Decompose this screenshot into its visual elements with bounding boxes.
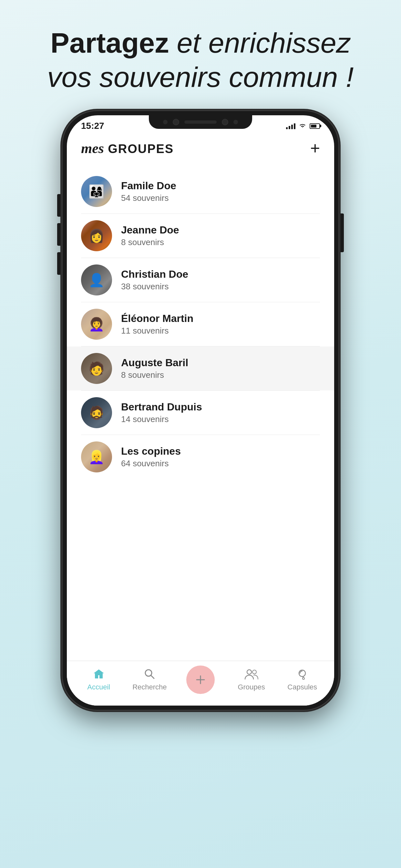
notch-dot-right: [234, 120, 238, 124]
nav-item-groupes[interactable]: Groupes: [234, 667, 269, 691]
home-icon: [92, 667, 106, 681]
groups-list: 👨‍👩‍👧 Famile Doe 54 souvenirs 👩 Jeanne D…: [67, 163, 334, 661]
headline-line2: vos souvenirs commun !: [48, 60, 354, 94]
avatar-image-copines: 👱‍♀️: [89, 450, 104, 465]
notch-camera: [173, 119, 179, 125]
signal-bar-4: [294, 123, 296, 129]
nav-label-recherche: Recherche: [132, 683, 166, 691]
notch-speaker: [184, 120, 217, 124]
group-info: Les copines 64 souvenirs: [121, 445, 320, 469]
list-item[interactable]: 👨‍👩‍👧 Famile Doe 54 souvenirs: [67, 169, 334, 213]
app-title-groupes: GROUPES: [108, 142, 174, 156]
group-count: 14 souvenirs: [121, 414, 320, 424]
notch-dot-left: [163, 120, 167, 124]
group-count: 8 souvenirs: [121, 237, 320, 247]
status-time: 15:27: [81, 121, 104, 131]
list-item[interactable]: 👩‍🦱 Éléonor Martin 11 souvenirs: [67, 302, 334, 346]
capsules-icon: [295, 667, 309, 681]
avatar: 👤: [81, 265, 112, 296]
svg-point-7: [303, 678, 305, 679]
group-count: 38 souvenirs: [121, 282, 320, 291]
nav-item-recherche[interactable]: Recherche: [132, 667, 167, 691]
list-item[interactable]: 👤 Christian Doe 38 souvenirs: [67, 258, 334, 302]
headline-bold: Partagez: [50, 27, 169, 59]
signal-bar-2: [289, 126, 290, 129]
add-group-button[interactable]: +: [310, 140, 320, 157]
avatar-image-famille: 👨‍👩‍👧: [89, 184, 104, 199]
group-info: Christian Doe 38 souvenirs: [121, 268, 320, 291]
group-info: Auguste Baril 8 souvenirs: [121, 357, 320, 380]
group-info: Éléonor Martin 11 souvenirs: [121, 313, 320, 336]
group-name: Christian Doe: [121, 268, 320, 280]
phone-wrapper: 15:27: [62, 110, 339, 711]
notch: [149, 115, 252, 129]
group-name: Auguste Baril: [121, 357, 320, 369]
phone-screen: 15:27: [67, 115, 334, 706]
signal-bars-icon: [286, 123, 296, 129]
phone-frame: 15:27: [62, 110, 339, 711]
avatar-image-bertrand: 🧔: [89, 405, 104, 421]
avatar: 👩: [81, 220, 112, 251]
avatar-image-eleonor: 👩‍🦱: [89, 317, 104, 332]
avatar-image-christian: 👤: [89, 273, 104, 288]
avatar-image-jeanne: 👩: [89, 228, 104, 244]
nav-label-accueil: Accueil: [87, 683, 110, 691]
nav-label-capsules: Capsules: [287, 683, 317, 691]
nav-item-add[interactable]: [183, 665, 218, 693]
groupes-icon: [244, 667, 258, 681]
group-count: 64 souvenirs: [121, 459, 320, 469]
signal-bar-3: [291, 125, 293, 129]
search-icon: [143, 667, 157, 681]
nav-label-groupes: Groupes: [238, 683, 265, 691]
avatar: 👩‍🦱: [81, 309, 112, 340]
app-title: mes GROUPES: [81, 140, 174, 157]
avatar: 🧑: [81, 353, 112, 384]
group-count: 54 souvenirs: [121, 193, 320, 203]
wifi-icon: [299, 122, 306, 130]
status-icons: [286, 122, 320, 130]
app-header: mes GROUPES +: [67, 133, 334, 163]
app-title-mes: mes: [81, 141, 104, 156]
bottom-nav: Accueil Recherche: [67, 661, 334, 706]
avatar: 👱‍♀️: [81, 441, 112, 472]
group-count: 11 souvenirs: [121, 326, 320, 336]
group-name: Famile Doe: [121, 180, 320, 192]
headline: Partagez et enrichissez vos souvenirs co…: [48, 26, 354, 94]
avatar: 🧔: [81, 397, 112, 428]
avatar-image-auguste: 🧑: [89, 361, 104, 376]
svg-point-5: [252, 670, 256, 674]
list-item[interactable]: 👱‍♀️ Les copines 64 souvenirs: [67, 435, 334, 479]
notch-camera-right: [222, 119, 228, 125]
signal-bar-1: [286, 127, 288, 129]
group-name: Jeanne Doe: [121, 224, 320, 236]
battery-fill: [311, 125, 316, 128]
group-info: Bertrand Dupuis 14 souvenirs: [121, 401, 320, 424]
svg-line-1: [151, 675, 154, 678]
group-count: 8 souvenirs: [121, 370, 320, 380]
svg-point-4: [247, 670, 251, 674]
add-plus-button[interactable]: [186, 665, 215, 694]
avatar: 👨‍👩‍👧: [81, 176, 112, 207]
group-info: Jeanne Doe 8 souvenirs: [121, 224, 320, 247]
list-item[interactable]: 👩 Jeanne Doe 8 souvenirs: [67, 214, 334, 258]
headline-italic: et enrichissez: [169, 27, 350, 59]
group-name: Éléonor Martin: [121, 313, 320, 324]
group-name: Bertrand Dupuis: [121, 401, 320, 413]
nav-item-capsules[interactable]: Capsules: [284, 667, 320, 691]
nav-item-accueil[interactable]: Accueil: [81, 667, 117, 691]
list-item[interactable]: 🧑 Auguste Baril 8 souvenirs: [67, 346, 334, 391]
battery-icon: [310, 123, 320, 129]
headline-line1: Partagez et enrichissez: [48, 26, 354, 60]
group-name: Les copines: [121, 445, 320, 457]
group-info: Famile Doe 54 souvenirs: [121, 180, 320, 203]
list-item[interactable]: 🧔 Bertrand Dupuis 14 souvenirs: [67, 391, 334, 435]
